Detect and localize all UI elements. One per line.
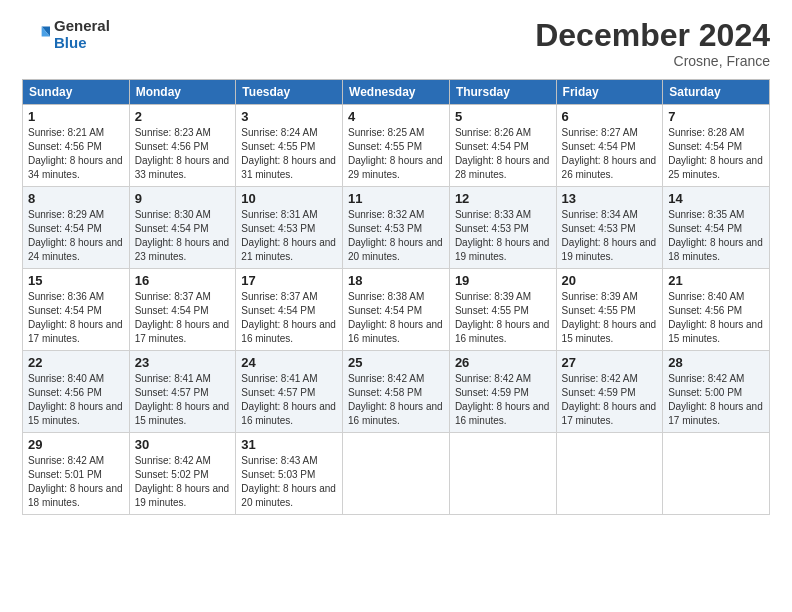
header-friday: Friday <box>556 80 663 105</box>
day-17: 17Sunrise: 8:37 AMSunset: 4:54 PMDayligh… <box>236 269 343 351</box>
title-block: December 2024 Crosne, France <box>535 18 770 69</box>
week-row-2: 8Sunrise: 8:29 AMSunset: 4:54 PMDaylight… <box>23 187 770 269</box>
day-1: 1Sunrise: 8:21 AMSunset: 4:56 PMDaylight… <box>23 105 130 187</box>
logo-blue: Blue <box>54 35 110 52</box>
logo-general: General <box>54 18 110 35</box>
day-14: 14Sunrise: 8:35 AMSunset: 4:54 PMDayligh… <box>663 187 770 269</box>
day-4: 4Sunrise: 8:25 AMSunset: 4:55 PMDaylight… <box>343 105 450 187</box>
calendar-table: Sunday Monday Tuesday Wednesday Thursday… <box>22 79 770 515</box>
day-11: 11Sunrise: 8:32 AMSunset: 4:53 PMDayligh… <box>343 187 450 269</box>
day-21: 21Sunrise: 8:40 AMSunset: 4:56 PMDayligh… <box>663 269 770 351</box>
calendar-title: December 2024 <box>535 18 770 53</box>
day-27: 27Sunrise: 8:42 AMSunset: 4:59 PMDayligh… <box>556 351 663 433</box>
day-16: 16Sunrise: 8:37 AMSunset: 4:54 PMDayligh… <box>129 269 236 351</box>
day-12: 12Sunrise: 8:33 AMSunset: 4:53 PMDayligh… <box>449 187 556 269</box>
day-19: 19Sunrise: 8:39 AMSunset: 4:55 PMDayligh… <box>449 269 556 351</box>
day-22: 22Sunrise: 8:40 AMSunset: 4:56 PMDayligh… <box>23 351 130 433</box>
header: General Blue December 2024 Crosne, Franc… <box>22 18 770 69</box>
header-saturday: Saturday <box>663 80 770 105</box>
day-13: 13Sunrise: 8:34 AMSunset: 4:53 PMDayligh… <box>556 187 663 269</box>
day-30: 30Sunrise: 8:42 AMSunset: 5:02 PMDayligh… <box>129 433 236 515</box>
day-28: 28Sunrise: 8:42 AMSunset: 5:00 PMDayligh… <box>663 351 770 433</box>
day-8: 8Sunrise: 8:29 AMSunset: 4:54 PMDaylight… <box>23 187 130 269</box>
week-row-1: 1Sunrise: 8:21 AMSunset: 4:56 PMDaylight… <box>23 105 770 187</box>
header-wednesday: Wednesday <box>343 80 450 105</box>
day-15: 15Sunrise: 8:36 AMSunset: 4:54 PMDayligh… <box>23 269 130 351</box>
day-2: 2Sunrise: 8:23 AMSunset: 4:56 PMDaylight… <box>129 105 236 187</box>
empty-cell-3 <box>556 433 663 515</box>
week-row-4: 22Sunrise: 8:40 AMSunset: 4:56 PMDayligh… <box>23 351 770 433</box>
day-3: 3Sunrise: 8:24 AMSunset: 4:55 PMDaylight… <box>236 105 343 187</box>
week-row-3: 15Sunrise: 8:36 AMSunset: 4:54 PMDayligh… <box>23 269 770 351</box>
day-25: 25Sunrise: 8:42 AMSunset: 4:58 PMDayligh… <box>343 351 450 433</box>
calendar-subtitle: Crosne, France <box>535 53 770 69</box>
day-31: 31Sunrise: 8:43 AMSunset: 5:03 PMDayligh… <box>236 433 343 515</box>
day-10: 10Sunrise: 8:31 AMSunset: 4:53 PMDayligh… <box>236 187 343 269</box>
day-26: 26Sunrise: 8:42 AMSunset: 4:59 PMDayligh… <box>449 351 556 433</box>
day-6: 6Sunrise: 8:27 AMSunset: 4:54 PMDaylight… <box>556 105 663 187</box>
header-tuesday: Tuesday <box>236 80 343 105</box>
empty-cell-2 <box>449 433 556 515</box>
logo-icon <box>22 21 50 49</box>
week-row-5: 29Sunrise: 8:42 AMSunset: 5:01 PMDayligh… <box>23 433 770 515</box>
day-7: 7Sunrise: 8:28 AMSunset: 4:54 PMDaylight… <box>663 105 770 187</box>
day-20: 20Sunrise: 8:39 AMSunset: 4:55 PMDayligh… <box>556 269 663 351</box>
day-29: 29Sunrise: 8:42 AMSunset: 5:01 PMDayligh… <box>23 433 130 515</box>
logo: General Blue <box>22 18 110 51</box>
empty-cell-4 <box>663 433 770 515</box>
day-5: 5Sunrise: 8:26 AMSunset: 4:54 PMDaylight… <box>449 105 556 187</box>
header-thursday: Thursday <box>449 80 556 105</box>
header-monday: Monday <box>129 80 236 105</box>
day-18: 18Sunrise: 8:38 AMSunset: 4:54 PMDayligh… <box>343 269 450 351</box>
day-24: 24Sunrise: 8:41 AMSunset: 4:57 PMDayligh… <box>236 351 343 433</box>
day-23: 23Sunrise: 8:41 AMSunset: 4:57 PMDayligh… <box>129 351 236 433</box>
header-sunday: Sunday <box>23 80 130 105</box>
empty-cell-1 <box>343 433 450 515</box>
day-9: 9Sunrise: 8:30 AMSunset: 4:54 PMDaylight… <box>129 187 236 269</box>
